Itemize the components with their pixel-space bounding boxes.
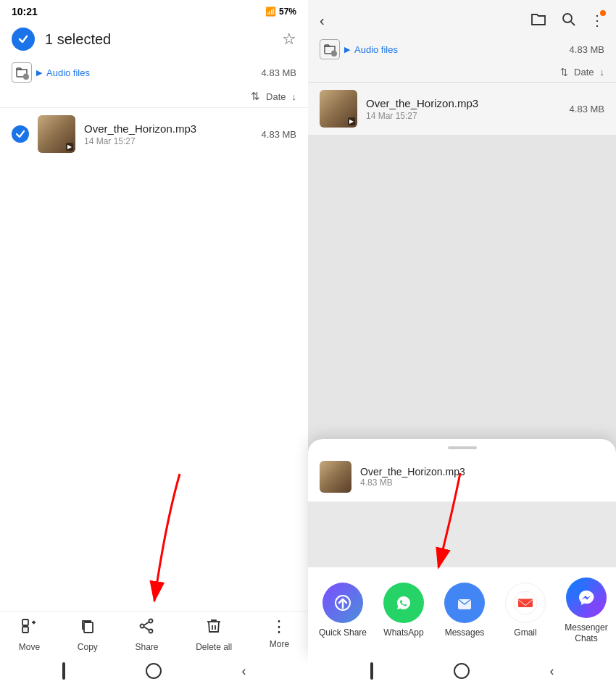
sort-icon[interactable]: ⇅ xyxy=(251,90,260,103)
sort-label[interactable]: Date xyxy=(266,91,286,102)
svg-point-6 xyxy=(141,625,144,628)
svg-point-0 xyxy=(24,74,28,78)
svg-point-5 xyxy=(149,620,153,623)
messages-icon xyxy=(444,583,485,623)
messenger-icon xyxy=(566,577,607,618)
toolbar-copy[interactable]: Copy xyxy=(78,617,98,652)
right-panel: ‹ ⋮ ▶ Audio f xyxy=(308,0,616,684)
delete-icon xyxy=(205,617,222,639)
sheet-file-size: 4.83 MB xyxy=(360,477,465,488)
folder-new-icon[interactable] xyxy=(530,12,546,29)
file-info: Over_the_Horizon.mp3 14 Mar 15:27 xyxy=(84,122,253,146)
svg-line-9 xyxy=(144,627,149,630)
right-breadcrumb-name[interactable]: Audio files xyxy=(354,44,398,55)
sheet-nearby-area xyxy=(308,502,616,567)
right-file-size: 4.83 MB xyxy=(570,104,604,114)
app-messages[interactable]: Messages xyxy=(436,583,494,638)
notification-dot xyxy=(600,10,606,16)
gmail-icon xyxy=(505,583,546,623)
svg-point-12 xyxy=(332,51,336,54)
right-nav-back[interactable]: ‹ xyxy=(550,664,554,679)
svg-point-19 xyxy=(575,586,598,609)
star-icon[interactable]: ☆ xyxy=(282,30,296,49)
right-sort-direction[interactable]: ↓ xyxy=(600,67,605,78)
sheet-file-name: Over_the_Horizon.mp3 xyxy=(360,466,465,477)
status-time: 10:21 xyxy=(12,6,38,17)
breadcrumb-size: 4.83 MB xyxy=(262,67,296,78)
svg-rect-4 xyxy=(84,622,93,633)
left-panel: 10:21 📶 57% 1 selected ☆ ▶ Audio files 4… xyxy=(0,0,308,684)
nav-recents[interactable] xyxy=(62,662,65,680)
toolbar-move[interactable]: Move xyxy=(19,617,40,652)
share-icon xyxy=(138,617,155,639)
delete-label: Delete all xyxy=(196,642,232,652)
file-check[interactable] xyxy=(12,125,29,143)
right-breadcrumb-size: 4.83 MB xyxy=(570,44,604,55)
share-label: Share xyxy=(135,642,158,652)
search-icon[interactable] xyxy=(561,12,575,29)
messages-label: Messages xyxy=(445,627,485,638)
gmail-label: Gmail xyxy=(514,627,536,638)
battery-icon: 57% xyxy=(279,7,296,17)
svg-point-7 xyxy=(149,630,153,633)
more-label: More xyxy=(270,639,289,649)
quick-share-icon xyxy=(322,583,363,623)
svg-point-10 xyxy=(563,14,572,22)
nav-back[interactable]: ‹ xyxy=(242,664,246,679)
left-nav-bar: ‹ xyxy=(0,658,308,684)
selection-title: 1 selected xyxy=(45,31,272,48)
right-file-item[interactable]: Over_the_Horizon.mp3 14 Mar 15:27 4.83 M… xyxy=(308,83,616,135)
right-breadcrumb: ▶ Audio files 4.83 MB xyxy=(308,35,616,64)
quick-share-label: Quick Share xyxy=(319,627,367,638)
status-icons: 📶 57% xyxy=(265,7,296,17)
red-arrow-left xyxy=(122,467,209,612)
whatsapp-icon xyxy=(383,583,424,623)
app-quick-share[interactable]: Quick Share xyxy=(314,583,372,638)
svg-rect-3 xyxy=(22,627,28,633)
nav-home[interactable] xyxy=(146,663,162,679)
svg-rect-2 xyxy=(22,620,28,625)
right-sort-icon[interactable]: ⇅ xyxy=(560,67,568,78)
file-thumbnail xyxy=(38,115,75,153)
back-icon[interactable]: ‹ xyxy=(320,12,325,29)
svg-line-8 xyxy=(144,622,149,626)
copy-label: Copy xyxy=(78,642,98,652)
right-file-info: Over_the_Horizon.mp3 14 Mar 15:27 xyxy=(366,97,561,121)
status-bar: 10:21 📶 57% xyxy=(0,0,308,20)
right-nav-recents[interactable] xyxy=(370,662,373,680)
right-file-name: Over_the_Horizon.mp3 xyxy=(366,97,561,109)
right-sort-label[interactable]: Date xyxy=(574,67,594,78)
right-file-thumbnail xyxy=(320,90,357,128)
sort-direction-icon[interactable]: ↓ xyxy=(292,91,297,102)
file-item[interactable]: Over_the_Horizon.mp3 14 Mar 15:27 4.83 M… xyxy=(0,108,308,160)
app-whatsapp[interactable]: WhatsApp xyxy=(375,583,433,638)
selection-header: 1 selected ☆ xyxy=(0,20,308,58)
sheet-handle xyxy=(448,446,477,449)
toolbar-delete[interactable]: Delete all xyxy=(196,617,232,652)
messenger-label: MessengerChats xyxy=(565,622,607,643)
toolbar-more[interactable]: ⋮ More xyxy=(270,617,289,652)
breadcrumb-row: ▶ Audio files 4.83 MB xyxy=(0,58,308,87)
move-label: Move xyxy=(19,642,40,652)
whatsapp-label: WhatsApp xyxy=(383,627,423,638)
sheet-file-thumb xyxy=(320,461,351,493)
share-sheet: Over_the_Horizon.mp3 4.83 MB xyxy=(308,439,616,658)
breadcrumb-name[interactable]: Audio files xyxy=(46,67,90,78)
right-folder-icon xyxy=(320,39,340,59)
file-size: 4.83 MB xyxy=(262,129,296,140)
breadcrumb-arrow: ▶ xyxy=(36,68,42,78)
toolbar-share[interactable]: Share xyxy=(135,617,158,652)
select-all-check[interactable] xyxy=(12,28,35,51)
folder-icon xyxy=(12,62,32,83)
svg-line-11 xyxy=(571,22,575,25)
sheet-apps-row: Quick Share WhatsApp xyxy=(308,567,616,646)
sheet-file-info: Over_the_Horizon.mp3 4.83 MB xyxy=(360,466,465,488)
right-file-meta: 14 Mar 15:27 xyxy=(366,111,561,121)
move-icon xyxy=(20,617,38,639)
app-gmail[interactable]: Gmail xyxy=(496,583,554,638)
app-messenger[interactable]: MessengerChats xyxy=(557,577,615,643)
copy-icon xyxy=(79,617,96,639)
right-nav-bar: ‹ xyxy=(308,658,616,684)
right-top-bar: ‹ ⋮ xyxy=(308,0,616,35)
right-nav-home[interactable] xyxy=(454,663,470,679)
